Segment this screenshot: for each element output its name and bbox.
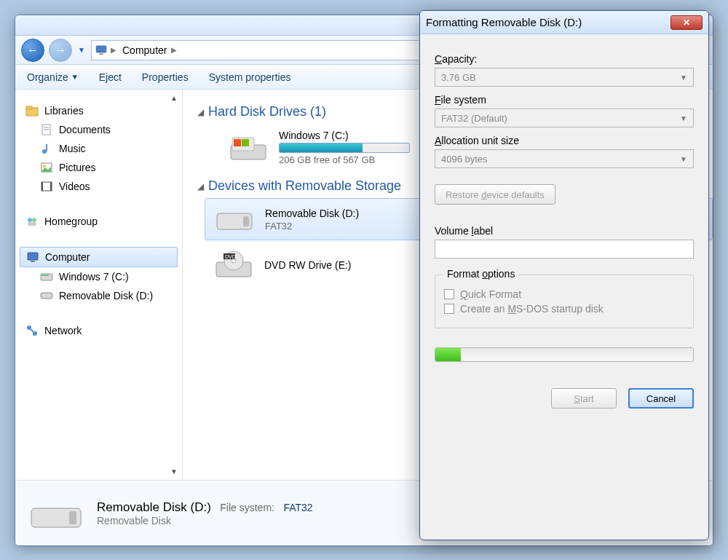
dialog-title: Formatting Removable Disk (D:) xyxy=(426,16,582,28)
sidebar-videos[interactable]: Videos xyxy=(20,177,178,196)
sidebar-item-label: Windows 7 (C:) xyxy=(59,271,129,283)
format-options-legend: Format options xyxy=(443,268,519,280)
filesystem-select[interactable]: FAT32 (Default) ▼ xyxy=(435,109,694,127)
toolbar-organize-label: Organize xyxy=(27,71,68,83)
cancel-button[interactable]: Cancel xyxy=(628,388,694,409)
documents-icon xyxy=(40,123,53,136)
svg-rect-0 xyxy=(96,46,106,52)
drive-info: Windows 7 (C:) 206 GB free of 567 GB xyxy=(279,130,410,165)
videos-icon xyxy=(40,180,53,193)
sidebar-network-label: Network xyxy=(44,325,82,336)
allocation-label: Allocation unit size xyxy=(435,135,694,146)
dialog-close-button[interactable]: ✕ xyxy=(670,15,703,30)
volume-label-label: Volume label xyxy=(435,225,694,237)
filesystem-label: File system xyxy=(435,94,694,106)
drive-info: Removable Disk (D:) FAT32 xyxy=(265,208,359,232)
volume-label-input[interactable] xyxy=(435,240,694,259)
format-dialog: Formatting Removable Disk (D:) ✕ Capacit… xyxy=(419,10,709,540)
capacity-bar xyxy=(279,143,410,153)
section-label: Hard Disk Drives (1) xyxy=(208,104,326,119)
music-icon xyxy=(40,142,53,155)
collapse-icon: ◢ xyxy=(197,181,204,192)
drive-title: Windows 7 (C:) xyxy=(279,130,410,141)
dialog-body: Capacity: 3.76 GB ▼ File system FAT32 (D… xyxy=(420,34,708,540)
arrow-left-icon: ← xyxy=(27,44,39,57)
nav-history-dropdown[interactable]: ▼ xyxy=(76,45,87,55)
dialog-titlebar[interactable]: Formatting Removable Disk (D:) ✕ xyxy=(420,11,708,34)
sidebar-pictures[interactable]: Pictures xyxy=(20,158,178,177)
scroll-up-icon[interactable]: ▲ xyxy=(169,94,179,102)
svg-point-14 xyxy=(28,218,32,222)
toolbar-properties-label: Properties xyxy=(142,71,189,83)
chevron-down-icon: ▼ xyxy=(680,114,687,122)
drive-title: Removable Disk (D:) xyxy=(265,208,359,219)
toolbar-organize[interactable]: Organize ▼ xyxy=(27,71,79,83)
sidebar-item-label: Videos xyxy=(59,181,90,192)
arrow-right-icon: → xyxy=(55,44,66,57)
drive-icon xyxy=(40,270,53,283)
drive-title: DVD RW Drive (E:) xyxy=(264,259,352,271)
drive-info: DVD RW Drive (E:) xyxy=(264,259,352,271)
sidebar-documents[interactable]: Documents xyxy=(20,120,178,139)
capacity-label: Capacity: xyxy=(435,53,694,65)
svg-rect-16 xyxy=(28,222,36,226)
svg-rect-11 xyxy=(41,182,52,191)
chevron-down-icon: ▼ xyxy=(680,155,687,163)
cancel-button-label: Cancel xyxy=(646,393,676,404)
sidebar-item-label: Music xyxy=(59,143,86,154)
sidebar-homegroup-label: Homegroup xyxy=(44,216,98,227)
checkbox-icon xyxy=(444,304,454,314)
nav-forward-button[interactable]: → xyxy=(49,39,72,62)
chevron-down-icon: ▼ xyxy=(71,73,79,81)
svg-rect-3 xyxy=(26,106,32,109)
dvd-drive-icon: DVD xyxy=(213,251,254,280)
toolbar-eject-label: Eject xyxy=(99,71,122,83)
sidebar-libraries-label: Libraries xyxy=(44,105,84,117)
details-drive-icon xyxy=(27,499,85,528)
sidebar-computer[interactable]: Computer xyxy=(20,247,178,267)
svg-text:DVD: DVD xyxy=(225,254,236,259)
svg-rect-30 xyxy=(243,216,249,226)
allocation-select[interactable]: 4096 bytes ▼ xyxy=(435,149,694,168)
capacity-select[interactable]: 3.76 GB ▼ xyxy=(435,68,694,87)
nav-back-button[interactable]: ← xyxy=(21,39,44,62)
computer-icon xyxy=(26,251,39,264)
drive-icon xyxy=(40,289,53,302)
restore-defaults-button[interactable]: Restore device defaults xyxy=(435,184,555,205)
svg-rect-17 xyxy=(28,253,38,260)
format-progress-bar xyxy=(435,347,694,362)
details-subtitle: Removable Disk xyxy=(97,515,313,527)
msdos-checkbox[interactable]: Create an MS-DOS startup disk xyxy=(444,303,684,315)
progress-fill xyxy=(435,348,461,361)
section-label: Devices with Removable Storage xyxy=(208,178,401,194)
details-title: Removable Disk (D:) xyxy=(97,500,211,514)
sidebar-homegroup[interactable]: Homegroup xyxy=(20,212,178,231)
details-fs-value: FAT32 xyxy=(283,502,312,513)
svg-rect-28 xyxy=(242,139,249,146)
breadcrumb-separator-icon: ▶ xyxy=(111,46,116,54)
toolbar-system-properties[interactable]: System properties xyxy=(209,71,291,83)
sidebar-music[interactable]: Music xyxy=(20,139,178,158)
homegroup-icon xyxy=(25,215,39,228)
sidebar-libraries[interactable]: Libraries xyxy=(20,101,178,120)
content-scroll-up-icon[interactable]: ▲ xyxy=(183,94,186,102)
navigation-pane: ▲ Libraries Documents Music Pictures xyxy=(15,90,183,480)
details-text: Removable Disk (D:) File system: FAT32 R… xyxy=(97,500,313,527)
svg-rect-1 xyxy=(99,53,103,55)
allocation-value: 4096 bytes xyxy=(441,154,488,165)
drive-subtitle: FAT32 xyxy=(265,221,359,232)
toolbar-eject[interactable]: Eject xyxy=(99,71,122,83)
quick-format-checkbox[interactable]: Quick Format xyxy=(444,288,684,300)
sidebar-removable-d[interactable]: Removable Disk (D:) xyxy=(20,286,178,305)
svg-point-10 xyxy=(43,165,46,167)
start-button[interactable]: Start xyxy=(551,388,617,409)
sidebar-windows-c[interactable]: Windows 7 (C:) xyxy=(20,267,178,286)
toolbar-properties[interactable]: Properties xyxy=(142,71,189,83)
breadcrumb-computer[interactable]: Computer ▶ xyxy=(119,43,180,58)
sidebar-network[interactable]: Network xyxy=(20,321,178,340)
network-icon xyxy=(25,324,39,337)
content-scroll-down-icon[interactable]: ▼ xyxy=(183,468,186,476)
libraries-icon xyxy=(25,104,39,117)
filesystem-value: FAT32 (Default) xyxy=(441,113,507,124)
scroll-down-icon[interactable]: ▼ xyxy=(169,468,179,476)
